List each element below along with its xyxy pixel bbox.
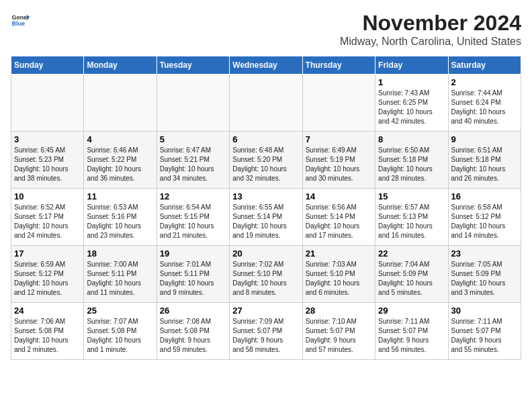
location-subtitle: Midway, North Carolina, United States <box>340 36 521 48</box>
day-info: Sunrise: 6:55 AM Sunset: 5:14 PM Dayligh… <box>232 203 299 240</box>
day-info: Sunrise: 7:00 AM Sunset: 5:11 PM Dayligh… <box>87 260 153 298</box>
calendar-cell <box>84 75 157 132</box>
calendar-cell: 18Sunrise: 7:00 AM Sunset: 5:11 PM Dayli… <box>84 246 157 303</box>
calendar-cell <box>230 75 302 132</box>
day-number: 29 <box>378 306 445 316</box>
calendar-cell: 11Sunrise: 6:53 AM Sunset: 5:16 PM Dayli… <box>84 189 157 246</box>
calendar-cell: 5Sunrise: 6:47 AM Sunset: 5:21 PM Daylig… <box>157 132 229 189</box>
day-number: 11 <box>87 191 153 201</box>
day-info: Sunrise: 6:54 AM Sunset: 5:15 PM Dayligh… <box>160 203 226 240</box>
calendar-cell: 16Sunrise: 6:58 AM Sunset: 5:12 PM Dayli… <box>448 189 521 246</box>
calendar-cell: 20Sunrise: 7:02 AM Sunset: 5:10 PM Dayli… <box>230 246 302 303</box>
day-number: 15 <box>378 191 445 201</box>
day-number: 23 <box>451 248 518 259</box>
day-number: 5 <box>160 134 226 144</box>
day-info: Sunrise: 7:02 AM Sunset: 5:10 PM Dayligh… <box>232 260 299 298</box>
week-row-4: 17Sunrise: 6:59 AM Sunset: 5:12 PM Dayli… <box>11 246 521 303</box>
day-info: Sunrise: 7:43 AM Sunset: 6:25 PM Dayligh… <box>378 89 445 126</box>
weekday-header-friday: Friday <box>375 56 448 75</box>
day-info: Sunrise: 7:07 AM Sunset: 5:08 PM Dayligh… <box>87 317 153 355</box>
calendar-cell: 21Sunrise: 7:03 AM Sunset: 5:10 PM Dayli… <box>302 246 375 303</box>
day-number: 20 <box>232 248 299 259</box>
week-row-5: 24Sunrise: 7:06 AM Sunset: 5:08 PM Dayli… <box>11 303 521 360</box>
calendar-cell: 27Sunrise: 7:09 AM Sunset: 5:07 PM Dayli… <box>230 303 302 360</box>
day-number: 4 <box>87 134 153 144</box>
day-info: Sunrise: 6:56 AM Sunset: 5:14 PM Dayligh… <box>306 203 372 240</box>
weekday-header-thursday: Thursday <box>302 56 375 75</box>
calendar-cell: 28Sunrise: 7:10 AM Sunset: 5:07 PM Dayli… <box>302 303 375 360</box>
calendar-cell: 26Sunrise: 7:08 AM Sunset: 5:08 PM Dayli… <box>157 303 229 360</box>
calendar-cell <box>157 75 229 132</box>
day-number: 8 <box>378 134 445 144</box>
day-number: 30 <box>451 306 518 316</box>
day-info: Sunrise: 6:51 AM Sunset: 5:18 PM Dayligh… <box>451 146 518 183</box>
calendar-cell <box>302 75 375 132</box>
day-number: 1 <box>378 77 445 87</box>
day-info: Sunrise: 6:48 AM Sunset: 5:20 PM Dayligh… <box>232 146 299 183</box>
day-info: Sunrise: 6:57 AM Sunset: 5:13 PM Dayligh… <box>378 203 445 240</box>
week-row-1: 1Sunrise: 7:43 AM Sunset: 6:25 PM Daylig… <box>11 75 521 132</box>
day-number: 7 <box>306 134 372 144</box>
calendar-cell: 29Sunrise: 7:11 AM Sunset: 5:07 PM Dayli… <box>375 303 448 360</box>
weekday-header-sunday: Sunday <box>11 56 84 75</box>
calendar-cell <box>11 75 84 132</box>
day-number: 26 <box>160 306 226 316</box>
day-info: Sunrise: 7:05 AM Sunset: 5:09 PM Dayligh… <box>451 260 518 298</box>
day-info: Sunrise: 7:08 AM Sunset: 5:08 PM Dayligh… <box>160 317 226 355</box>
weekday-header-monday: Monday <box>84 56 157 75</box>
day-info: Sunrise: 6:49 AM Sunset: 5:19 PM Dayligh… <box>306 146 372 183</box>
day-number: 16 <box>451 191 518 201</box>
calendar-cell: 9Sunrise: 6:51 AM Sunset: 5:18 PM Daylig… <box>448 132 521 189</box>
calendar-cell: 17Sunrise: 6:59 AM Sunset: 5:12 PM Dayli… <box>11 246 84 303</box>
day-info: Sunrise: 6:50 AM Sunset: 5:18 PM Dayligh… <box>378 146 445 183</box>
day-info: Sunrise: 7:01 AM Sunset: 5:11 PM Dayligh… <box>160 260 226 298</box>
calendar-table: SundayMondayTuesdayWednesdayThursdayFrid… <box>11 56 521 360</box>
svg-text:Blue: Blue <box>11 20 25 27</box>
calendar-cell: 23Sunrise: 7:05 AM Sunset: 5:09 PM Dayli… <box>448 246 521 303</box>
day-info: Sunrise: 7:11 AM Sunset: 5:07 PM Dayligh… <box>378 317 445 355</box>
day-info: Sunrise: 6:58 AM Sunset: 5:12 PM Dayligh… <box>451 203 518 240</box>
weekday-header-wednesday: Wednesday <box>230 56 302 75</box>
month-year-title: November 2024 <box>340 11 521 36</box>
day-info: Sunrise: 6:45 AM Sunset: 5:23 PM Dayligh… <box>14 146 81 183</box>
day-number: 28 <box>306 306 372 316</box>
day-number: 18 <box>87 248 153 259</box>
day-number: 13 <box>232 191 299 201</box>
calendar-cell: 8Sunrise: 6:50 AM Sunset: 5:18 PM Daylig… <box>375 132 448 189</box>
day-info: Sunrise: 6:53 AM Sunset: 5:16 PM Dayligh… <box>87 203 153 240</box>
day-number: 3 <box>14 134 81 144</box>
day-info: Sunrise: 7:44 AM Sunset: 6:24 PM Dayligh… <box>451 89 518 126</box>
logo: General Blue <box>11 11 30 30</box>
weekday-header-saturday: Saturday <box>448 56 521 75</box>
calendar-cell: 1Sunrise: 7:43 AM Sunset: 6:25 PM Daylig… <box>375 75 448 132</box>
weekday-header-row: SundayMondayTuesdayWednesdayThursdayFrid… <box>11 56 521 75</box>
week-row-2: 3Sunrise: 6:45 AM Sunset: 5:23 PM Daylig… <box>11 132 521 189</box>
calendar-cell: 7Sunrise: 6:49 AM Sunset: 5:19 PM Daylig… <box>302 132 375 189</box>
day-info: Sunrise: 7:10 AM Sunset: 5:07 PM Dayligh… <box>306 317 372 355</box>
day-number: 27 <box>232 306 299 316</box>
day-number: 2 <box>451 77 518 87</box>
calendar-cell: 25Sunrise: 7:07 AM Sunset: 5:08 PM Dayli… <box>84 303 157 360</box>
day-info: Sunrise: 6:52 AM Sunset: 5:17 PM Dayligh… <box>14 203 81 240</box>
day-info: Sunrise: 6:46 AM Sunset: 5:22 PM Dayligh… <box>87 146 153 183</box>
week-row-3: 10Sunrise: 6:52 AM Sunset: 5:17 PM Dayli… <box>11 189 521 246</box>
day-info: Sunrise: 7:06 AM Sunset: 5:08 PM Dayligh… <box>14 317 81 355</box>
logo-icon: General Blue <box>11 11 30 30</box>
day-number: 22 <box>378 248 445 259</box>
calendar-cell: 30Sunrise: 7:11 AM Sunset: 5:07 PM Dayli… <box>448 303 521 360</box>
calendar-cell: 24Sunrise: 7:06 AM Sunset: 5:08 PM Dayli… <box>11 303 84 360</box>
calendar-cell: 2Sunrise: 7:44 AM Sunset: 6:24 PM Daylig… <box>448 75 521 132</box>
calendar-cell: 10Sunrise: 6:52 AM Sunset: 5:17 PM Dayli… <box>11 189 84 246</box>
calendar-cell: 6Sunrise: 6:48 AM Sunset: 5:20 PM Daylig… <box>230 132 302 189</box>
weekday-header-tuesday: Tuesday <box>157 56 229 75</box>
day-info: Sunrise: 7:03 AM Sunset: 5:10 PM Dayligh… <box>306 260 372 298</box>
day-info: Sunrise: 6:59 AM Sunset: 5:12 PM Dayligh… <box>14 260 81 298</box>
calendar-cell: 22Sunrise: 7:04 AM Sunset: 5:09 PM Dayli… <box>375 246 448 303</box>
calendar-cell: 15Sunrise: 6:57 AM Sunset: 5:13 PM Dayli… <box>375 189 448 246</box>
day-number: 9 <box>451 134 518 144</box>
day-number: 24 <box>14 306 81 316</box>
day-number: 21 <box>306 248 372 259</box>
day-info: Sunrise: 7:11 AM Sunset: 5:07 PM Dayligh… <box>451 317 518 355</box>
day-info: Sunrise: 7:09 AM Sunset: 5:07 PM Dayligh… <box>232 317 299 355</box>
day-number: 14 <box>306 191 372 201</box>
